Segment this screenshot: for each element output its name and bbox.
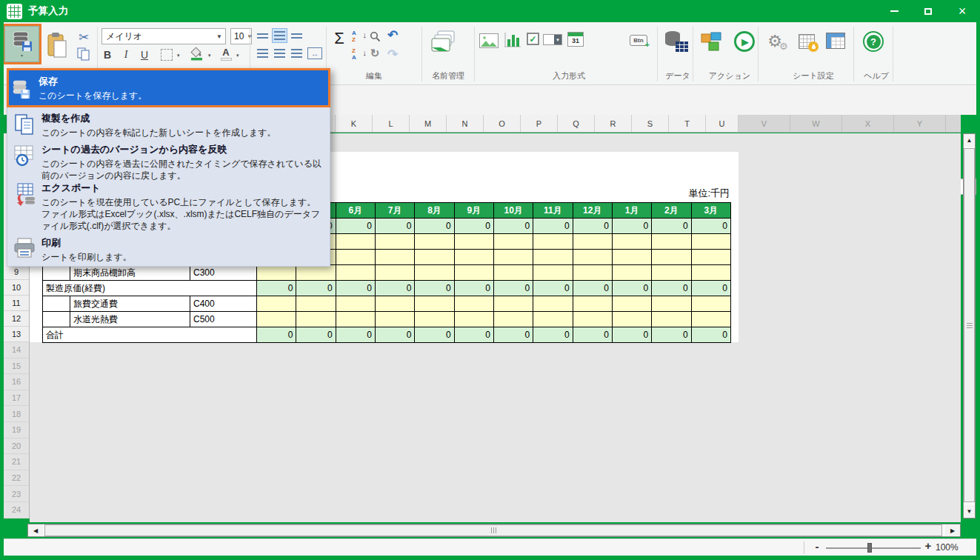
- cell[interactable]: [652, 296, 691, 312]
- row-header[interactable]: 17: [4, 390, 29, 407]
- align-left-button[interactable]: [255, 46, 270, 61]
- cell[interactable]: [257, 312, 296, 327]
- sort-ascending-button[interactable]: A Z ↓: [352, 30, 365, 44]
- cell[interactable]: 0: [692, 219, 731, 234]
- cell[interactable]: 0: [336, 281, 376, 296]
- merge-cells-button[interactable]: ↔: [307, 47, 322, 59]
- cell[interactable]: [652, 265, 691, 281]
- cell[interactable]: [613, 265, 652, 281]
- month-header[interactable]: 10月: [494, 203, 533, 219]
- align-middle-button[interactable]: [272, 28, 287, 43]
- cell[interactable]: [415, 265, 454, 281]
- undo-button[interactable]: ↶: [385, 27, 400, 43]
- align-right-button[interactable]: [289, 46, 304, 61]
- column-header-out[interactable]: X: [842, 115, 894, 132]
- column-header-out[interactable]: [946, 115, 961, 132]
- scroll-left-button[interactable]: ◀: [28, 524, 43, 536]
- zoom-in-button[interactable]: +: [922, 539, 934, 554]
- menu-item-restore-version[interactable]: シートの過去のバージョンから内容を反映 このシートの内容を過去に公開されたタイミ…: [12, 143, 326, 181]
- underline-button[interactable]: U: [137, 47, 152, 62]
- cell[interactable]: 0: [257, 327, 296, 343]
- code-cell[interactable]: C400: [190, 296, 257, 312]
- column-header[interactable]: K: [336, 115, 373, 132]
- cell[interactable]: [296, 265, 336, 281]
- column-header[interactable]: S: [632, 115, 669, 132]
- column-header[interactable]: Q: [558, 115, 595, 132]
- cell[interactable]: [613, 296, 652, 312]
- cell[interactable]: 0: [455, 219, 494, 234]
- month-header[interactable]: 7月: [376, 203, 415, 219]
- cell[interactable]: [455, 296, 494, 312]
- cell[interactable]: [494, 265, 533, 281]
- cell[interactable]: [415, 296, 454, 312]
- cell[interactable]: [692, 250, 731, 265]
- borders-button[interactable]: [161, 49, 173, 61]
- cell[interactable]: [652, 312, 691, 327]
- month-header[interactable]: 11月: [533, 203, 573, 219]
- scroll-down-button[interactable]: ▼: [964, 505, 975, 518]
- date-input-button[interactable]: 31: [567, 31, 584, 47]
- row-header[interactable]: 10: [4, 280, 29, 296]
- cell[interactable]: 0: [533, 219, 573, 234]
- cell[interactable]: [415, 234, 454, 250]
- protect-sheet-button[interactable]: [795, 31, 819, 52]
- row-header[interactable]: 20: [4, 439, 29, 455]
- month-header[interactable]: 3月: [692, 203, 731, 219]
- row-header[interactable]: 16: [4, 374, 29, 390]
- menu-item-print[interactable]: 印刷 シートを印刷します。: [12, 236, 326, 263]
- chevron-down-icon[interactable]: ▾: [236, 53, 239, 59]
- redo-button[interactable]: ↷: [385, 46, 400, 62]
- row-label-cell[interactable]: 製造原価(経費): [43, 281, 257, 296]
- fill-color-button[interactable]: [189, 46, 205, 62]
- cell[interactable]: [613, 312, 652, 327]
- month-header[interactable]: 2月: [652, 203, 691, 219]
- run-action-button[interactable]: ▶: [734, 31, 755, 52]
- cell[interactable]: 0: [415, 327, 454, 343]
- copy-button[interactable]: [74, 47, 93, 61]
- cell[interactable]: [692, 296, 731, 312]
- cell[interactable]: [613, 234, 652, 250]
- cell[interactable]: [455, 265, 494, 281]
- indent-cell[interactable]: [43, 312, 70, 327]
- cell[interactable]: 0: [415, 281, 454, 296]
- data-button[interactable]: [663, 28, 690, 56]
- row-label-cell[interactable]: 水道光熱費: [70, 312, 190, 327]
- cell[interactable]: [415, 312, 454, 327]
- combobox-input-button[interactable]: ▼: [543, 34, 562, 45]
- close-button[interactable]: ×: [945, 0, 979, 22]
- cell[interactable]: [415, 250, 454, 265]
- cell[interactable]: [494, 234, 533, 250]
- row-header[interactable]: 13: [4, 327, 29, 342]
- cell[interactable]: 0: [652, 327, 691, 343]
- row-header[interactable]: 9: [4, 264, 29, 280]
- row-header[interactable]: 11: [4, 296, 29, 311]
- menu-item-duplicate[interactable]: 複製を作成 このシートの内容を転記した新しいシートを作成します。: [12, 112, 326, 139]
- cell[interactable]: [376, 312, 415, 327]
- freeze-panes-button[interactable]: [824, 31, 847, 50]
- cell[interactable]: [376, 265, 415, 281]
- cell[interactable]: [296, 296, 336, 312]
- cell[interactable]: 0: [652, 281, 691, 296]
- column-header[interactable]: U: [706, 115, 739, 132]
- chart-input-button[interactable]: [503, 31, 522, 49]
- cell[interactable]: [494, 296, 533, 312]
- month-header[interactable]: 9月: [455, 203, 494, 219]
- cell[interactable]: [533, 234, 573, 250]
- column-header-out[interactable]: W: [790, 115, 842, 132]
- cell[interactable]: [336, 250, 376, 265]
- horizontal-scroll-thumb[interactable]: [44, 524, 942, 536]
- cell[interactable]: [494, 312, 533, 327]
- cell[interactable]: [573, 265, 613, 281]
- minimize-button[interactable]: [877, 0, 911, 22]
- cell[interactable]: 0: [494, 327, 533, 343]
- row-header[interactable]: 24: [4, 502, 29, 519]
- paste-button[interactable]: [44, 28, 71, 65]
- help-button[interactable]: ?: [863, 31, 884, 52]
- align-center-button[interactable]: [272, 46, 287, 61]
- cell[interactable]: [455, 250, 494, 265]
- align-bottom-button[interactable]: [289, 28, 304, 43]
- cell[interactable]: [376, 250, 415, 265]
- sheet-options-button[interactable]: ⚙ ⚙: [765, 30, 790, 53]
- code-cell[interactable]: C500: [190, 312, 257, 327]
- autosum-button[interactable]: Σ: [330, 28, 349, 49]
